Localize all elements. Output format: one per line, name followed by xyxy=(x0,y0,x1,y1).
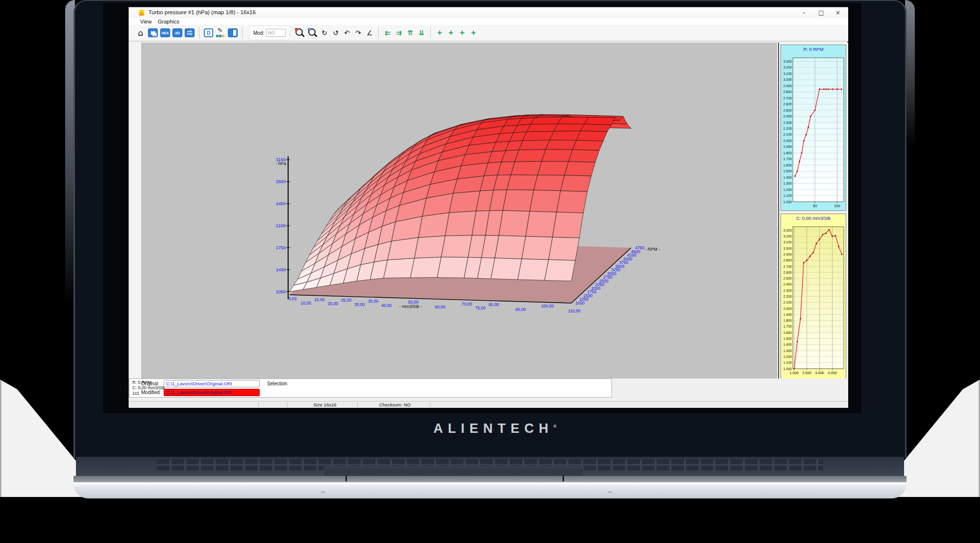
data-point xyxy=(808,127,809,128)
data-point xyxy=(800,318,801,320)
registered-mark: ® xyxy=(553,424,557,429)
status-divider xyxy=(357,402,358,407)
surface-cell xyxy=(572,141,603,151)
status-bar: Size 16x16 Checksum: NO xyxy=(129,401,848,408)
menu-view[interactable]: View xyxy=(139,18,153,25)
modified-file-field[interactable]: C:\1_Lavoro\Driver\Original.ORI xyxy=(164,389,260,396)
y-tick-label: 1.200 xyxy=(783,188,792,191)
edit-map-button[interactable]: editmap xyxy=(185,28,195,37)
surface-cell xyxy=(545,140,576,150)
x-tick-label: 5,00 xyxy=(289,296,297,301)
y-tick-label: 1.900 xyxy=(783,313,792,316)
y-tick-label: 1.800 xyxy=(783,151,792,155)
surface-cell xyxy=(441,236,472,258)
y-tick-label: 1.600 xyxy=(783,164,792,167)
surface-cell xyxy=(410,257,441,278)
rotate-back-button[interactable]: ↶ xyxy=(343,29,351,37)
y-tick-label: 3.200 xyxy=(783,66,792,69)
minimize-button[interactable]: – xyxy=(799,9,809,17)
data-point xyxy=(832,89,833,90)
hex-view-button[interactable]: HEX xyxy=(160,28,170,37)
shift-rows-left-button[interactable]: ⇇ xyxy=(383,29,392,37)
interpolate-v-button[interactable]: + xyxy=(446,28,455,38)
windows-layout-button[interactable] xyxy=(148,28,158,37)
side-panel-toggle-button[interactable] xyxy=(228,28,238,37)
surface-3d-chart[interactable]: - hPa -10501400175021002450280031505,001… xyxy=(141,43,777,378)
y-tick-label: 1.000 xyxy=(783,367,792,371)
zoom-out-button[interactable]: - xyxy=(294,28,305,37)
x-tick-label: 30,00 xyxy=(354,302,365,307)
surface-cell xyxy=(558,117,588,124)
surface-cell xyxy=(531,117,562,124)
surface-cell xyxy=(548,237,579,260)
rotate-forward-button[interactable]: ↷ xyxy=(354,29,363,37)
maximize-button[interactable]: □ xyxy=(816,9,827,17)
data-point xyxy=(819,89,820,90)
x-tick-label: 100 xyxy=(834,204,840,208)
x-tick-label: 1.000 xyxy=(789,371,799,375)
2d-view-button[interactable]: 2D xyxy=(172,28,182,37)
driver-d-button[interactable]: D xyxy=(204,28,213,37)
shift-cols-down-button[interactable]: ⇊ xyxy=(417,29,426,37)
column-profile-panel: C: 0,00 mm3/Stk 3.3003.2003.1003.0002.90… xyxy=(781,213,846,382)
brand-text: ALIENTECH xyxy=(433,421,553,436)
title-bar[interactable]: Turbo pressure #1 (hPa) (map 1/8) - 16x1… xyxy=(129,7,848,19)
x-tick-label: 60,00 xyxy=(435,305,446,309)
laptop-notch-left xyxy=(345,476,347,481)
app-icon xyxy=(139,10,145,12)
surface-cell xyxy=(415,236,445,259)
y-tick-label: 2.500 xyxy=(783,109,792,112)
data-point xyxy=(826,89,827,90)
z-tick-label: 2800 xyxy=(276,179,286,184)
y-tick-label: 2.800 xyxy=(783,90,792,94)
surface-cell xyxy=(585,118,615,125)
data-point xyxy=(810,116,811,117)
plot-background xyxy=(793,58,844,202)
menu-graphics[interactable]: Graphics xyxy=(156,18,181,25)
mod-input[interactable] xyxy=(266,29,286,37)
surface-cell xyxy=(554,124,585,131)
green-square-icon xyxy=(216,35,219,37)
zoom-in-button[interactable]: + xyxy=(307,28,318,37)
y-tick-label: 2.300 xyxy=(783,121,792,124)
y-tick-label: 3.300 xyxy=(783,60,792,63)
interpolate-cell-button[interactable]: + xyxy=(469,28,478,38)
interpolate-all-button[interactable]: + xyxy=(458,28,466,38)
original-file-field[interactable]: C:\1_Lavoro\Driver\Original.ORI xyxy=(164,380,260,387)
yellow-square-icon xyxy=(222,35,224,37)
close-button[interactable]: × xyxy=(833,9,843,17)
x-tick-label: 70,00 xyxy=(462,302,472,307)
rotate-ccw-button[interactable]: ↺ xyxy=(331,29,340,37)
surface-cell xyxy=(495,236,526,259)
axes-reset-button[interactable]: ∠ xyxy=(365,29,374,37)
status-size: Size 16x16 xyxy=(295,402,354,407)
y-tick-label: 1.400 xyxy=(783,176,792,179)
x-tick-label: 50 xyxy=(813,204,817,208)
shift-rows-right-button[interactable]: ⇉ xyxy=(394,29,403,37)
driver-edit-button[interactable]: ✎ xyxy=(216,28,225,38)
menu-bar: View Graphics xyxy=(129,18,848,25)
interpolate-h-button[interactable]: + xyxy=(435,28,444,38)
data-point xyxy=(812,252,814,254)
z-tick-label: 1400 xyxy=(276,267,286,272)
shift-cols-up-button[interactable]: ⇈ xyxy=(406,29,415,37)
original-label: Original xyxy=(141,381,158,386)
data-point xyxy=(793,368,795,370)
data-point xyxy=(816,243,817,244)
plot-background xyxy=(793,227,844,369)
pen-icon: ✎ xyxy=(218,27,222,34)
map-3d-area[interactable]: - hPa -10501400175021002450280031505,001… xyxy=(141,43,777,378)
rotate-cw-button[interactable]: ↻ xyxy=(320,29,329,37)
y-tick-label: 2.200 xyxy=(783,295,792,298)
laptop-front-edge xyxy=(74,476,906,482)
panel-icon xyxy=(233,30,236,36)
surface-cell xyxy=(499,211,530,236)
home-button[interactable]: ⌂ xyxy=(136,28,146,38)
z-tick-label: 1750 xyxy=(276,245,286,250)
y-tick-label: 3.100 xyxy=(783,240,792,244)
mod-group: Mod: xyxy=(249,25,290,40)
surface-cell xyxy=(550,131,581,140)
y-tick-label: 1.100 xyxy=(783,361,792,364)
row-profile-chart: 3.3003.2003.1003.0002.9002.8002.7002.600… xyxy=(781,54,846,212)
surface-cell xyxy=(530,190,561,212)
